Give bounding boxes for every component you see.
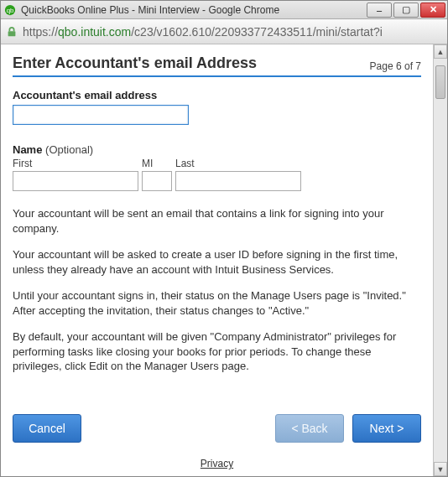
minimize-button[interactable]: – (367, 3, 392, 18)
address-bar[interactable]: https://qbo.intuit.com/c23/v1602.610/220… (1, 19, 447, 44)
accountant-email-input[interactable] (13, 105, 189, 125)
info-paragraph-1: Your accountant will be sent an email th… (13, 206, 421, 236)
scroll-down-arrow-icon[interactable]: ▼ (434, 462, 447, 476)
svg-rect-2 (8, 31, 16, 36)
cancel-button[interactable]: Cancel (13, 414, 81, 443)
mi-col: MI (142, 158, 172, 191)
vertical-scrollbar[interactable]: ▲ ▼ (433, 44, 447, 476)
first-name-col: First (13, 158, 138, 191)
mi-input[interactable] (142, 171, 172, 191)
url-text: https://qbo.intuit.com/c23/v1602.610/220… (23, 25, 383, 39)
first-name-input[interactable] (13, 171, 138, 191)
maximize-button[interactable]: ▢ (393, 3, 419, 18)
spacer (13, 374, 421, 391)
button-row: Cancel < Back Next > (13, 414, 421, 443)
info-paragraph-2: Your accountant will be asked to create … (13, 247, 421, 277)
url-scheme: https:// (23, 25, 58, 39)
name-row: First MI Last (13, 158, 421, 191)
page-viewport: Enter Accountant's email Address Page 6 … (1, 44, 433, 476)
right-buttons: < Back Next > (275, 414, 421, 443)
name-label: Name (13, 143, 42, 156)
info-paragraph-3: Until your accountant signs in, their st… (13, 288, 421, 318)
close-button[interactable]: ✕ (420, 3, 445, 18)
qb-favicon-icon: qb (4, 4, 16, 16)
window-controls: – ▢ ✕ (367, 3, 445, 18)
chrome-window: qb QuickBooks Online Plus - Mini Intervi… (0, 0, 448, 477)
scroll-thumb[interactable] (435, 65, 445, 99)
next-button[interactable]: Next > (352, 414, 421, 443)
window-titlebar: qb QuickBooks Online Plus - Mini Intervi… (1, 1, 447, 19)
email-label: Accountant's email address (13, 89, 421, 101)
name-section: Name (Optional) First MI Last (13, 143, 421, 191)
url-path: /c23/v1602.610/220933772433511/mini/star… (131, 25, 383, 39)
name-optional: (Optional) (45, 143, 93, 156)
page-indicator: Page 6 of 7 (370, 60, 421, 72)
page-title: Enter Accountant's email Address (13, 54, 257, 72)
last-name-col: Last (175, 158, 301, 191)
info-paragraph-4: By default, your accountant will be give… (13, 329, 421, 374)
lock-icon (6, 26, 18, 38)
window-title: QuickBooks Online Plus - Mini Interview … (21, 4, 367, 16)
heading-row: Enter Accountant's email Address Page 6 … (13, 54, 421, 77)
url-host: qbo.intuit.com (58, 25, 131, 39)
scroll-up-arrow-icon[interactable]: ▲ (434, 44, 447, 59)
content-wrap: Enter Accountant's email Address Page 6 … (1, 44, 447, 476)
svg-text:qb: qb (7, 6, 14, 13)
last-label: Last (175, 158, 301, 169)
privacy-link[interactable]: Privacy (13, 458, 421, 469)
last-name-input[interactable] (175, 171, 301, 191)
name-heading: Name (Optional) (13, 143, 421, 156)
first-label: First (13, 158, 138, 169)
back-button[interactable]: < Back (275, 414, 344, 443)
mi-label: MI (142, 158, 172, 169)
